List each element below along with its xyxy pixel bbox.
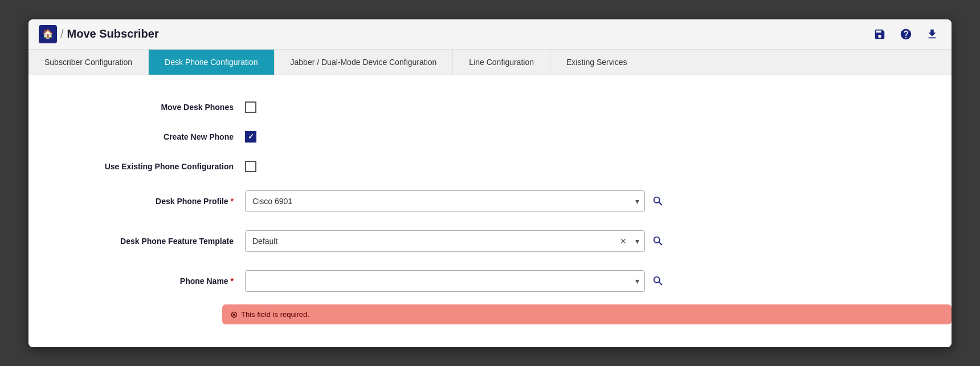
- use-existing-checkbox-wrapper: [245, 161, 256, 172]
- help-button[interactable]: [897, 25, 915, 43]
- phone-name-search-button[interactable]: [650, 273, 667, 290]
- desk-phone-feature-template-select[interactable]: Default Template A Template B: [245, 230, 645, 252]
- phone-name-label: Phone Name *: [51, 276, 234, 286]
- move-desk-phones-checkbox[interactable]: [245, 101, 256, 113]
- create-new-phone-row: Create New Phone: [28, 122, 952, 152]
- tab-existing-services[interactable]: Existing Services: [550, 50, 643, 75]
- desk-phone-profile-select-wrapper: Cisco 6901 Cisco 7841 Cisco 8845 ▾: [245, 190, 645, 212]
- content-area: Move Desk Phones Create New Phone Use Ex…: [28, 75, 952, 347]
- desk-phone-profile-field: Cisco 6901 Cisco 7841 Cisco 8845 ▾: [245, 190, 667, 212]
- desk-phone-profile-search-button[interactable]: [650, 193, 667, 210]
- desk-phone-profile-row: Desk Phone Profile * Cisco 6901 Cisco 78…: [28, 181, 952, 221]
- desk-phone-feature-template-row: Desk Phone Feature Template Default Temp…: [28, 221, 952, 261]
- breadcrumb-separator: /: [60, 27, 64, 40]
- error-tooltip: ⊗ This field is required.: [222, 304, 952, 324]
- tab-desk-phone-configuration[interactable]: Desk Phone Configuration: [149, 50, 274, 75]
- use-existing-label: Use Existing Phone Configuration: [51, 162, 234, 171]
- error-icon: ⊗: [230, 309, 238, 320]
- move-desk-phones-label: Move Desk Phones: [51, 103, 234, 112]
- desk-phone-feature-template-field: Default Template A Template B ✕ ▾: [245, 230, 667, 252]
- main-window: 🏠 / Move Subscriber Subscriber Configura…: [28, 19, 952, 347]
- tab-subscriber-configuration[interactable]: Subscriber Configuration: [28, 50, 149, 75]
- desk-phone-profile-label: Desk Phone Profile *: [51, 197, 234, 206]
- tab-line-configuration[interactable]: Line Configuration: [453, 50, 550, 75]
- phone-name-field: ▾: [245, 270, 667, 292]
- desk-phone-feature-template-clear-button[interactable]: ✕: [620, 237, 627, 246]
- move-desk-phones-checkbox-wrapper: [245, 101, 256, 113]
- breadcrumb: 🏠 / Move Subscriber: [39, 25, 159, 43]
- desk-phone-feature-template-label: Desk Phone Feature Template: [51, 237, 234, 246]
- header-actions: [871, 25, 941, 43]
- desk-phone-feature-template-search-button[interactable]: [650, 233, 667, 250]
- move-desk-phones-row: Move Desk Phones: [28, 92, 952, 122]
- phone-name-row: Phone Name * ▾: [28, 261, 952, 301]
- header: 🏠 / Move Subscriber: [28, 19, 952, 50]
- desk-phone-profile-select[interactable]: Cisco 6901 Cisco 7841 Cisco 8845: [245, 190, 645, 212]
- form: Move Desk Phones Create New Phone Use Ex…: [28, 92, 952, 324]
- create-new-phone-checkbox-wrapper: [245, 131, 256, 143]
- tab-jabber-configuration[interactable]: Jabber / Dual-Mode Device Configuration: [275, 50, 454, 75]
- desk-phone-feature-template-select-wrapper: Default Template A Template B ✕ ▾: [245, 230, 645, 252]
- tab-bar: Subscriber Configuration Desk Phone Conf…: [28, 50, 952, 75]
- save-button[interactable]: [871, 25, 889, 43]
- phone-name-select-wrapper: ▾: [245, 270, 645, 292]
- use-existing-checkbox[interactable]: [245, 161, 256, 172]
- create-new-phone-checkbox[interactable]: [245, 131, 256, 143]
- download-button[interactable]: [923, 25, 941, 43]
- page-title: Move Subscriber: [67, 27, 159, 40]
- use-existing-row: Use Existing Phone Configuration: [28, 152, 952, 181]
- phone-name-select[interactable]: [245, 270, 645, 292]
- home-icon[interactable]: 🏠: [39, 25, 57, 43]
- create-new-phone-label: Create New Phone: [51, 132, 234, 141]
- error-message: This field is required.: [241, 310, 309, 319]
